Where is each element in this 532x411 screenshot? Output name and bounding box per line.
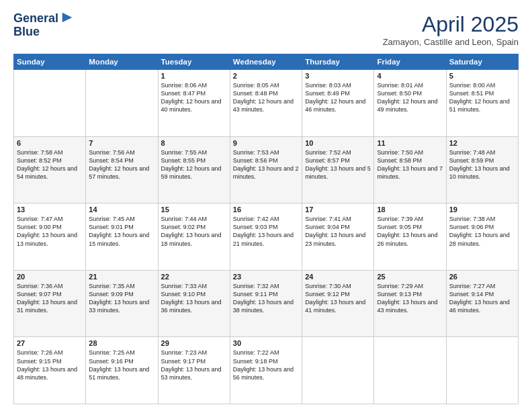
table-row: 30 Sunrise: 7:22 AMSunset: 9:18 PMDaylig…	[230, 337, 302, 404]
table-row: 11 Sunrise: 7:50 AMSunset: 8:58 PMDaylig…	[374, 136, 446, 203]
table-row: 1 Sunrise: 8:06 AMSunset: 8:47 PMDayligh…	[158, 70, 230, 137]
table-row: 18 Sunrise: 7:39 AMSunset: 9:05 PMDaylig…	[374, 203, 446, 271]
day-info: Sunrise: 7:38 AMSunset: 9:06 PMDaylight:…	[449, 215, 515, 248]
table-row	[86, 70, 158, 137]
col-monday: Monday	[86, 54, 158, 70]
table-row	[446, 337, 518, 404]
day-info: Sunrise: 7:33 AMSunset: 9:10 PMDaylight:…	[161, 282, 227, 315]
day-info: Sunrise: 8:03 AMSunset: 8:49 PMDaylight:…	[305, 81, 371, 114]
day-number: 21	[89, 273, 154, 281]
table-row: 16 Sunrise: 7:42 AMSunset: 9:03 PMDaylig…	[230, 203, 302, 271]
day-info: Sunrise: 8:00 AMSunset: 8:51 PMDaylight:…	[449, 81, 515, 114]
table-row	[374, 337, 446, 404]
day-number: 20	[17, 273, 83, 281]
day-info: Sunrise: 7:26 AMSunset: 9:15 PMDaylight:…	[17, 349, 83, 381]
table-row: 5 Sunrise: 8:00 AMSunset: 8:51 PMDayligh…	[446, 70, 518, 137]
table-row: 12 Sunrise: 7:48 AMSunset: 8:59 PMDaylig…	[446, 136, 518, 203]
table-row: 9 Sunrise: 7:53 AMSunset: 8:56 PMDayligh…	[230, 136, 302, 203]
table-row: 4 Sunrise: 8:01 AMSunset: 8:50 PMDayligh…	[374, 70, 446, 137]
day-number: 10	[305, 139, 371, 147]
table-row: 29 Sunrise: 7:23 AMSunset: 9:17 PMDaylig…	[158, 337, 230, 404]
day-number: 14	[89, 205, 154, 214]
header: General Blue April 2025 Zamayon, Castill…	[13, 12, 519, 47]
col-friday: Friday	[374, 54, 446, 70]
logo: General Blue	[13, 12, 75, 39]
table-row: 27 Sunrise: 7:26 AMSunset: 9:15 PMDaylig…	[14, 337, 86, 404]
day-info: Sunrise: 7:39 AMSunset: 9:05 PMDaylight:…	[377, 215, 443, 248]
day-info: Sunrise: 7:47 AMSunset: 9:00 PMDaylight:…	[17, 215, 83, 248]
day-number: 30	[233, 339, 299, 347]
day-info: Sunrise: 7:45 AMSunset: 9:01 PMDaylight:…	[89, 215, 154, 248]
day-info: Sunrise: 7:42 AMSunset: 9:03 PMDaylight:…	[233, 215, 299, 248]
calendar-week-row: 13 Sunrise: 7:47 AMSunset: 9:00 PMDaylig…	[14, 203, 519, 271]
table-row: 20 Sunrise: 7:36 AMSunset: 9:07 PMDaylig…	[14, 270, 86, 337]
day-number: 9	[233, 139, 299, 147]
calendar-week-row: 1 Sunrise: 8:06 AMSunset: 8:47 PMDayligh…	[14, 70, 519, 137]
day-number: 4	[377, 72, 443, 80]
day-number: 28	[89, 339, 154, 347]
day-info: Sunrise: 7:35 AMSunset: 9:09 PMDaylight:…	[89, 282, 154, 315]
calendar-week-row: 27 Sunrise: 7:26 AMSunset: 9:15 PMDaylig…	[14, 337, 519, 404]
logo-text-general: General	[13, 12, 58, 26]
calendar-table: Sunday Monday Tuesday Wednesday Thursday…	[13, 54, 519, 404]
page: General Blue April 2025 Zamayon, Castill…	[0, 0, 532, 411]
day-info: Sunrise: 7:29 AMSunset: 9:13 PMDaylight:…	[377, 282, 443, 315]
day-number: 5	[449, 72, 515, 80]
col-saturday: Saturday	[446, 54, 518, 70]
day-info: Sunrise: 8:06 AMSunset: 8:47 PMDaylight:…	[161, 81, 227, 114]
day-number: 11	[377, 139, 443, 147]
month-title: April 2025	[383, 12, 519, 37]
day-info: Sunrise: 7:56 AMSunset: 8:54 PMDaylight:…	[89, 148, 154, 181]
day-number: 3	[305, 72, 371, 80]
svg-marker-0	[62, 13, 73, 23]
table-row: 28 Sunrise: 7:25 AMSunset: 9:16 PMDaylig…	[86, 337, 158, 404]
day-number: 13	[17, 205, 83, 214]
day-number: 22	[161, 273, 227, 281]
day-number: 27	[17, 339, 83, 347]
table-row: 21 Sunrise: 7:35 AMSunset: 9:09 PMDaylig…	[86, 270, 158, 337]
title-block: April 2025 Zamayon, Castille and Leon, S…	[383, 12, 519, 47]
day-number: 6	[17, 139, 83, 147]
table-row: 15 Sunrise: 7:44 AMSunset: 9:02 PMDaylig…	[158, 203, 230, 271]
day-info: Sunrise: 7:52 AMSunset: 8:57 PMDaylight:…	[305, 148, 371, 181]
day-number: 15	[161, 205, 227, 214]
day-number: 23	[233, 273, 299, 281]
day-info: Sunrise: 7:50 AMSunset: 8:58 PMDaylight:…	[377, 148, 443, 181]
day-number: 17	[305, 205, 371, 214]
col-sunday: Sunday	[14, 54, 86, 70]
table-row: 17 Sunrise: 7:41 AMSunset: 9:04 PMDaylig…	[302, 203, 374, 271]
day-info: Sunrise: 7:36 AMSunset: 9:07 PMDaylight:…	[17, 282, 83, 315]
day-info: Sunrise: 7:41 AMSunset: 9:04 PMDaylight:…	[305, 215, 371, 248]
table-row: 14 Sunrise: 7:45 AMSunset: 9:01 PMDaylig…	[86, 203, 158, 271]
logo-text-blue: Blue	[13, 25, 40, 38]
location-subtitle: Zamayon, Castille and Leon, Spain	[383, 37, 519, 47]
table-row: 23 Sunrise: 7:32 AMSunset: 9:11 PMDaylig…	[230, 270, 302, 337]
day-number: 19	[449, 205, 515, 214]
day-number: 16	[233, 205, 299, 214]
table-row: 10 Sunrise: 7:52 AMSunset: 8:57 PMDaylig…	[302, 136, 374, 203]
day-number: 25	[377, 273, 443, 281]
table-row: 7 Sunrise: 7:56 AMSunset: 8:54 PMDayligh…	[86, 136, 158, 203]
table-row: 26 Sunrise: 7:27 AMSunset: 9:14 PMDaylig…	[446, 270, 518, 337]
day-number: 18	[377, 205, 443, 214]
day-number: 24	[305, 273, 371, 281]
day-info: Sunrise: 8:05 AMSunset: 8:48 PMDaylight:…	[233, 81, 299, 114]
table-row: 3 Sunrise: 8:03 AMSunset: 8:49 PMDayligh…	[302, 70, 374, 137]
table-row: 6 Sunrise: 7:58 AMSunset: 8:52 PMDayligh…	[14, 136, 86, 203]
day-number: 2	[233, 72, 299, 80]
day-info: Sunrise: 7:32 AMSunset: 9:11 PMDaylight:…	[233, 282, 299, 315]
day-info: Sunrise: 7:48 AMSunset: 8:59 PMDaylight:…	[449, 148, 515, 181]
day-number: 8	[161, 139, 227, 147]
table-row: 8 Sunrise: 7:55 AMSunset: 8:55 PMDayligh…	[158, 136, 230, 203]
day-info: Sunrise: 7:53 AMSunset: 8:56 PMDaylight:…	[233, 148, 299, 181]
day-info: Sunrise: 7:22 AMSunset: 9:18 PMDaylight:…	[233, 349, 299, 381]
col-wednesday: Wednesday	[230, 54, 302, 70]
day-number: 12	[449, 139, 515, 147]
day-info: Sunrise: 7:27 AMSunset: 9:14 PMDaylight:…	[449, 282, 515, 315]
day-info: Sunrise: 7:30 AMSunset: 9:12 PMDaylight:…	[305, 282, 371, 315]
day-number: 1	[161, 72, 227, 80]
calendar-header-row: Sunday Monday Tuesday Wednesday Thursday…	[14, 54, 519, 70]
calendar-week-row: 6 Sunrise: 7:58 AMSunset: 8:52 PMDayligh…	[14, 136, 519, 203]
table-row	[14, 70, 86, 137]
day-info: Sunrise: 7:58 AMSunset: 8:52 PMDaylight:…	[17, 148, 83, 181]
